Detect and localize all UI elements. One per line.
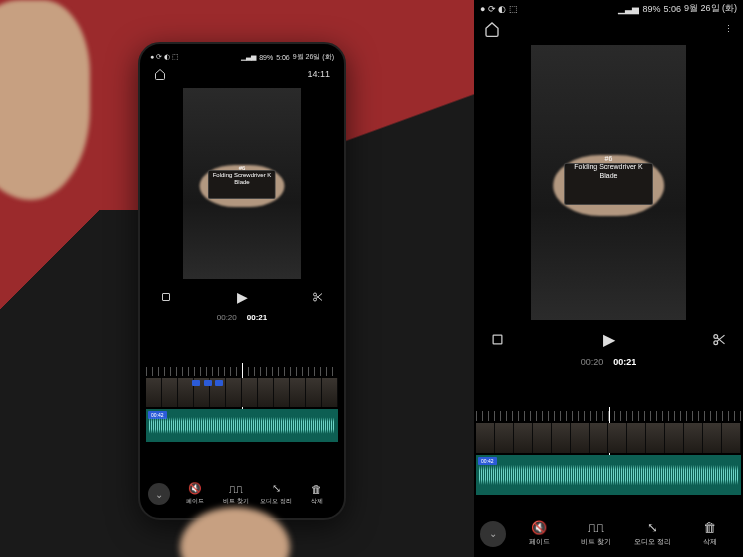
clock-time: 5:06 xyxy=(276,54,290,61)
home-icon[interactable] xyxy=(154,68,166,80)
trim-icon: ⤡ xyxy=(647,520,658,535)
battery-percent: 89% xyxy=(259,54,273,61)
delete-label: 삭제 xyxy=(703,537,717,547)
trash-icon: 🗑 xyxy=(311,483,322,495)
beat-label: 비트 찾기 xyxy=(581,537,611,547)
play-button[interactable]: ▶ xyxy=(603,330,615,349)
battery-percent: 89% xyxy=(642,4,660,14)
preview-overlay-text: #6 Folding Screwdriver K Blade xyxy=(574,155,642,180)
bottom-toolbar: ⌄ 🔇 페이드 ⎍⎍ 비트 찾기 ⤡ 오디오 정리 🗑 삭제 xyxy=(474,510,743,557)
fade-label: 페이드 xyxy=(186,497,204,506)
app-titlebar: ⋮ xyxy=(474,17,743,41)
cut-icon[interactable] xyxy=(712,332,727,347)
clock-time: 5:06 xyxy=(663,4,681,14)
undo-icon[interactable] xyxy=(490,332,505,347)
status-date: 9월 26일 (화) xyxy=(684,2,737,15)
phone-device: ● ⟳ ◐ ⬚ ▁▃▅ 89% 5:06 9월 26일 (화) 14:11 xyxy=(138,42,346,520)
home-icon[interactable] xyxy=(484,21,500,37)
beat-marker[interactable] xyxy=(204,380,212,386)
video-preview[interactable]: #6 Folding Screwdriver K Blade xyxy=(183,88,301,279)
audio-trim-button[interactable]: ⤡ 오디오 정리 xyxy=(626,520,681,547)
signal-icon: ▁▃▅ xyxy=(241,53,256,61)
timeline-ruler[interactable] xyxy=(476,411,741,421)
video-preview[interactable]: #6 Folding Screwdriver K Blade xyxy=(531,45,686,320)
audio-track[interactable]: 00:42 xyxy=(146,409,338,442)
current-time: 00:21 xyxy=(613,357,636,367)
trim-label: 오디오 정리 xyxy=(260,497,292,506)
beat-find-button[interactable]: ⎍⎍ 비트 찾기 xyxy=(569,520,624,547)
undo-icon[interactable] xyxy=(160,291,172,303)
svg-rect-0 xyxy=(163,294,170,301)
time-display: 00:20 00:21 xyxy=(144,311,340,328)
audio-track[interactable]: 00:42 xyxy=(476,455,741,495)
volume-icon: 🔇 xyxy=(188,482,202,495)
beat-find-button[interactable]: ⎍⎍ 비트 찾기 xyxy=(217,483,256,506)
more-icon[interactable]: ⋮ xyxy=(724,24,733,34)
video-thumbnail-track[interactable] xyxy=(476,423,741,453)
app-titlebar: 14:11 xyxy=(144,64,340,84)
status-bar: ● ⟳ ◐ ⬚ ▁▃▅ 89% 5:06 9월 26일 (화) xyxy=(474,0,743,17)
expand-toolbar-button[interactable]: ⌄ xyxy=(148,483,170,505)
video-thumbnail-track[interactable] xyxy=(146,378,338,407)
playback-controls: ▶ xyxy=(144,283,340,311)
status-left-icons: ● ⟳ ◐ ⬚ xyxy=(150,53,179,61)
screenshot-right-panel: ● ⟳ ◐ ⬚ ▁▃▅ 89% 5:06 9월 26일 (화) ⋮ #6 Fol… xyxy=(474,0,743,557)
trim-label: 오디오 정리 xyxy=(634,537,671,547)
status-date: 9월 26일 (화) xyxy=(293,52,334,62)
delete-button[interactable]: 🗑 삭제 xyxy=(298,483,337,506)
fade-button[interactable]: 🔇 페이드 xyxy=(512,520,567,547)
equalizer-icon: ⎍⎍ xyxy=(588,520,604,535)
beat-marker[interactable] xyxy=(215,380,223,386)
audio-trim-button[interactable]: ⤡ 오디오 정리 xyxy=(257,482,296,506)
delete-label: 삭제 xyxy=(311,497,323,506)
fade-label: 페이드 xyxy=(529,537,550,547)
expand-toolbar-button[interactable]: ⌄ xyxy=(480,521,506,547)
volume-icon: 🔇 xyxy=(531,520,547,535)
waveform xyxy=(479,461,738,489)
trim-icon: ⤡ xyxy=(272,482,281,495)
prev-time: 00:20 xyxy=(581,357,604,367)
play-button[interactable]: ▶ xyxy=(237,289,248,305)
project-duration: 14:11 xyxy=(307,69,330,79)
svg-rect-3 xyxy=(493,335,502,344)
equalizer-icon: ⎍⎍ xyxy=(229,483,243,495)
prev-time: 00:20 xyxy=(217,313,237,322)
status-bar: ● ⟳ ◐ ⬚ ▁▃▅ 89% 5:06 9월 26일 (화) xyxy=(144,50,340,64)
trash-icon: 🗑 xyxy=(703,520,716,535)
current-time: 00:21 xyxy=(247,313,267,322)
beat-marker[interactable] xyxy=(192,380,200,386)
fade-button[interactable]: 🔇 페이드 xyxy=(176,482,215,506)
status-left-icons: ● ⟳ ◐ ⬚ xyxy=(480,4,518,14)
timeline-ruler[interactable] xyxy=(146,367,338,377)
time-display: 00:20 00:21 xyxy=(474,355,743,373)
playback-controls: ▶ xyxy=(474,324,743,355)
beat-label: 비트 찾기 xyxy=(223,497,249,506)
delete-button[interactable]: 🗑 삭제 xyxy=(682,520,737,547)
waveform xyxy=(149,414,335,437)
preview-overlay-text: #6 Folding Screwdriver K Blade xyxy=(213,165,272,187)
signal-icon: ▁▃▅ xyxy=(618,4,639,14)
cut-icon[interactable] xyxy=(312,291,324,303)
photo-left-panel: ● ⟳ ◐ ⬚ ▁▃▅ 89% 5:06 9월 26일 (화) 14:11 xyxy=(0,0,474,557)
